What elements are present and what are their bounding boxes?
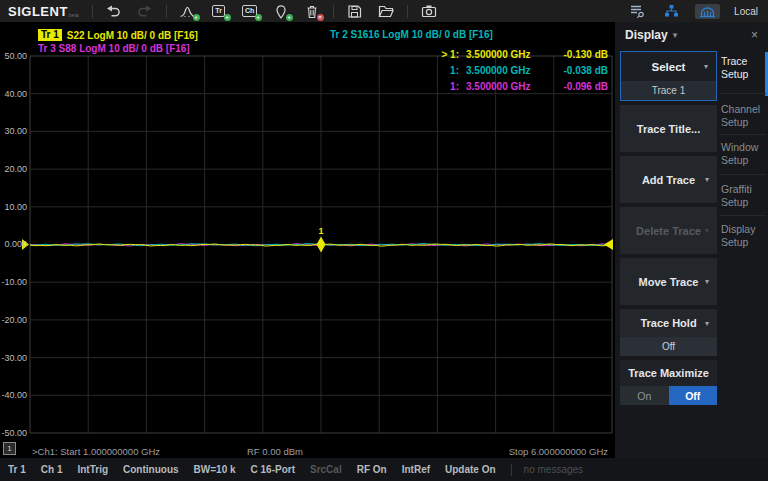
delete-trace-button[interactable]: Delete Trace ▾ bbox=[620, 207, 717, 254]
lan-network-icon[interactable] bbox=[661, 2, 681, 20]
trace1-label: S22 LogM 10 dB/ 0 dB [F16] bbox=[67, 30, 198, 41]
trace2-status[interactable]: Tr 2 S1616 LogM 10 dB/ 0 dB [F16] bbox=[330, 29, 493, 40]
save-icon[interactable] bbox=[345, 2, 365, 20]
y-tick: -30.00 bbox=[1, 352, 27, 364]
add-trace-label: Add Trace bbox=[642, 174, 695, 186]
redo-icon[interactable] bbox=[135, 2, 155, 20]
marker-value: -0.096 dB bbox=[552, 80, 608, 94]
select-trace-label-row: Select ▾ bbox=[621, 52, 716, 81]
sweep-info-row: >Ch1: Start 1.000000000 GHz RF 0.00 dBm … bbox=[0, 446, 615, 458]
chevron-down-icon: ▾ bbox=[705, 277, 709, 286]
move-trace-button[interactable]: Move Trace ▾ bbox=[620, 258, 717, 305]
web-server-icon[interactable] bbox=[695, 4, 720, 19]
status-rf-output[interactable]: RF On bbox=[357, 464, 387, 475]
toolbar-separator bbox=[407, 5, 408, 18]
sweep-start-label[interactable]: >Ch1: Start 1.000000000 GHz bbox=[32, 446, 160, 457]
marker-value: -0.130 dB bbox=[552, 48, 608, 62]
delete-icon[interactable]: × bbox=[302, 2, 322, 20]
status-reference[interactable]: IntRef bbox=[402, 464, 430, 475]
panel-title[interactable]: Display bbox=[625, 28, 668, 42]
status-if-bandwidth[interactable]: BW=10 k bbox=[194, 464, 236, 475]
y-tick: 20.00 bbox=[4, 163, 27, 175]
tab-window-setup[interactable]: Window Setup bbox=[721, 141, 765, 167]
open-folder-icon[interactable] bbox=[376, 2, 396, 20]
minus-badge: × bbox=[317, 14, 324, 21]
marker-readout-tr2: 1: 3.500000 GHz -0.038 dB bbox=[435, 64, 608, 78]
marker-readout-tr1: > 1: 3.500000 GHz -0.130 dB bbox=[435, 48, 608, 62]
y-tick: -20.00 bbox=[1, 314, 27, 326]
tab-separator bbox=[719, 93, 766, 94]
marker-prefix: 1: bbox=[435, 64, 459, 78]
top-toolbar: SIGLENT beta + Tr + Ch + + × bbox=[0, 0, 768, 22]
marker-frequency: 3.500000 GHz bbox=[459, 48, 552, 62]
add-window-icon[interactable]: + bbox=[178, 2, 198, 20]
delete-trace-label: Delete Trace bbox=[636, 225, 701, 237]
marker-readouts: > 1: 3.500000 GHz -0.130 dB 1: 3.500000 … bbox=[435, 48, 608, 94]
y-tick: -40.00 bbox=[1, 389, 27, 401]
trace-hold-label-row: Trace Hold ▾ bbox=[620, 309, 717, 337]
trace1-status[interactable]: Tr 1 S22 LogM 10 dB/ 0 dB [F16] bbox=[38, 29, 198, 41]
tr-glyph: Tr bbox=[212, 5, 225, 17]
trace-maximize-control: Trace Maximize On Off bbox=[620, 360, 717, 405]
command-log-icon[interactable] bbox=[627, 2, 647, 20]
chevron-down-icon[interactable]: ▾ bbox=[673, 30, 678, 40]
trace-title-button[interactable]: Trace Title... bbox=[620, 105, 717, 152]
tab-trace-setup[interactable]: Trace Setup bbox=[721, 55, 765, 81]
select-label: Select bbox=[652, 61, 686, 73]
trace-hold-button[interactable]: Trace Hold ▾ Off bbox=[620, 309, 717, 356]
trace-title-label: Trace Title... bbox=[637, 123, 700, 135]
tab-display-setup[interactable]: Display Setup bbox=[721, 223, 765, 249]
window-number-badge: 1 bbox=[3, 442, 16, 455]
screenshot-camera-icon[interactable] bbox=[419, 2, 439, 20]
tab-channel-setup[interactable]: Channel Setup bbox=[721, 103, 765, 129]
add-trace-button[interactable]: Add Trace ▾ bbox=[620, 156, 717, 203]
toolbar-separator bbox=[333, 5, 334, 18]
trace1-active-chip[interactable]: Tr 1 bbox=[38, 29, 62, 41]
chevron-down-icon: ▾ bbox=[705, 175, 709, 184]
status-trigger-source[interactable]: IntTrig bbox=[77, 464, 108, 475]
chevron-down-icon: ▾ bbox=[704, 62, 708, 71]
status-sweep-mode[interactable]: Continuous bbox=[123, 464, 179, 475]
y-tick: -10.00 bbox=[1, 276, 27, 288]
marker-value: -0.038 dB bbox=[552, 64, 608, 78]
marker-prefix: > 1: bbox=[435, 48, 459, 62]
control-mode-label[interactable]: Local bbox=[734, 6, 758, 17]
toolbar-separator bbox=[92, 5, 93, 18]
move-trace-label: Move Trace bbox=[639, 276, 699, 288]
svg-text:1: 1 bbox=[318, 226, 323, 236]
sweep-stop-label[interactable]: Stop 6.000000000 GHz bbox=[509, 446, 608, 457]
status-calibration[interactable]: C 16-Port bbox=[251, 464, 295, 475]
add-trace-icon[interactable]: Tr + bbox=[209, 2, 229, 20]
status-update[interactable]: Update On bbox=[445, 464, 496, 475]
undo-icon[interactable] bbox=[104, 2, 124, 20]
add-marker-icon[interactable]: + bbox=[271, 2, 291, 20]
tab-separator bbox=[719, 215, 766, 216]
maximize-off-option[interactable]: Off bbox=[669, 386, 718, 405]
status-active-channel[interactable]: Ch 1 bbox=[41, 464, 63, 475]
y-tick: 40.00 bbox=[4, 88, 27, 100]
display-menu-panel: Display ▾ × Select ▾ Trace 1 Trace Title… bbox=[615, 22, 768, 458]
trace-hold-state: Off bbox=[620, 337, 717, 356]
status-active-trace[interactable]: Tr 1 bbox=[8, 464, 26, 475]
add-channel-icon[interactable]: Ch + bbox=[240, 2, 260, 20]
close-icon[interactable]: × bbox=[751, 28, 758, 42]
brand-logo: SIGLENT beta bbox=[8, 4, 79, 19]
plot-area[interactable]: 1 50.00 40.00 30.00 20.00 10.00 0.000 -1… bbox=[0, 22, 615, 458]
trace3-label: Tr 3 S88 LogM 10 dB/ 0 dB [F16] bbox=[38, 43, 190, 54]
tab-separator bbox=[719, 134, 766, 135]
selected-trace-value: Trace 1 bbox=[621, 81, 716, 100]
trace3-status[interactable]: Tr 3 S88 LogM 10 dB/ 0 dB [F16] bbox=[38, 43, 190, 54]
vna-application: { "toolbar": { "brand": "SIGLENT", "bran… bbox=[0, 0, 768, 481]
status-source-cal[interactable]: SrcCal bbox=[310, 464, 342, 475]
select-trace-button[interactable]: Select ▾ Trace 1 bbox=[620, 51, 717, 101]
toolbar-right-group: Local bbox=[627, 2, 760, 20]
brand-beta-text: beta bbox=[69, 12, 79, 18]
chevron-down-icon: ▾ bbox=[705, 319, 709, 328]
tab-graffiti-setup[interactable]: Graffiti Setup bbox=[721, 183, 765, 209]
plus-badge: + bbox=[224, 14, 231, 21]
brand-text: SIGLENT bbox=[8, 4, 68, 19]
rf-power-label[interactable]: RF 0.00 dBm bbox=[247, 446, 303, 457]
trace-maximize-label: Trace Maximize bbox=[620, 360, 717, 386]
maximize-on-option[interactable]: On bbox=[620, 386, 669, 405]
bottom-status-bar: Tr 1 Ch 1 IntTrig Continuous BW=10 k C 1… bbox=[0, 458, 768, 481]
